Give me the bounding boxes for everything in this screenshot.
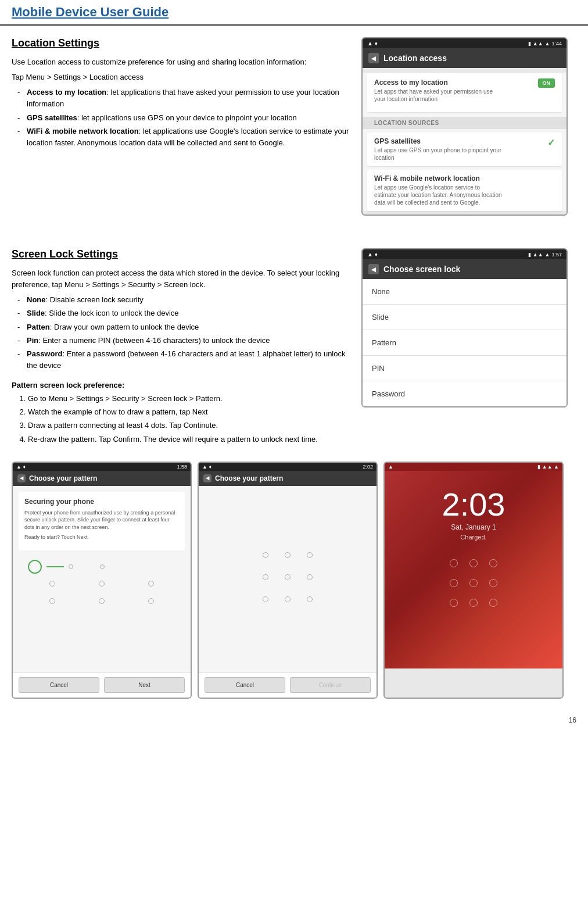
pattern2-body bbox=[199, 486, 377, 672]
wifi-title: Wi-Fi & mobile network location bbox=[374, 174, 502, 183]
location-phone: ▲ ♦ ▮ ▲▲ ▲ 1:44 ◀ Location access bbox=[361, 37, 568, 216]
page-number: 16 bbox=[0, 710, 588, 730]
pattern1-cancel-btn[interactable]: Cancel bbox=[19, 677, 99, 693]
location-sources-header: LOCATION SOURCES bbox=[363, 117, 567, 129]
pattern1-buttons: Cancel Next bbox=[13, 672, 191, 698]
step-2: Watch the example of how to draw a patte… bbox=[28, 406, 350, 418]
phone-screen-title: Location access bbox=[383, 53, 447, 63]
ld-5 bbox=[469, 579, 478, 587]
lock-phone-title-bar: ◀ Choose screen lock bbox=[363, 259, 567, 279]
lock-back-icon[interactable]: ◀ bbox=[368, 264, 379, 274]
lock-option-pattern[interactable]: Pattern bbox=[363, 330, 567, 356]
pattern-title: Pattern screen lock preference: bbox=[12, 381, 350, 389]
phone-status-bar: ▲ ♦ ▮ ▲▲ ▲ 1:44 bbox=[363, 38, 567, 48]
lock-battery: ▮ bbox=[528, 252, 531, 258]
dot-3 bbox=[148, 581, 154, 587]
lock-option-slide[interactable]: Slide bbox=[363, 305, 567, 330]
dot-5 bbox=[99, 598, 105, 604]
dots-grid-2 bbox=[257, 546, 318, 608]
screen-lock-title: Screen Lock Settings bbox=[12, 248, 350, 260]
pattern1-title: Choose your pattern bbox=[29, 474, 97, 482]
gps-desc: Let apps use GPS on your phone to pinpoi… bbox=[374, 146, 502, 162]
dot-1 bbox=[49, 581, 55, 587]
lock-option-password[interactable]: Password bbox=[363, 381, 567, 406]
back-icon[interactable]: ◀ bbox=[368, 53, 379, 63]
securing-box: Securing your phone Protect your phone f… bbox=[19, 492, 185, 551]
pattern2-title-bar: ◀ Choose your pattern bbox=[199, 471, 377, 486]
lock-screen-title: Choose screen lock bbox=[383, 264, 460, 274]
ld-7 bbox=[450, 599, 458, 607]
location-text: Location Settings Use Location access to… bbox=[12, 37, 361, 225]
lock-screen-time: 2:03 bbox=[442, 488, 505, 521]
pattern1-status: ▲ ♦ 1:58 bbox=[13, 463, 191, 471]
lock-option-pin[interactable]: PIN bbox=[363, 356, 567, 381]
lock-option-none[interactable]: None bbox=[363, 279, 567, 305]
screen-lock-intro: Screen lock function can protect access … bbox=[12, 267, 350, 291]
screen-lock-section: Screen Lock Settings Screen lock functio… bbox=[0, 237, 588, 456]
status-right-icons: ▮ ▲▲ ▲ 1:44 bbox=[528, 41, 562, 47]
bullet-patten: Patten: Draw your own pattern to unlock … bbox=[17, 321, 350, 333]
p2-dot-1 bbox=[263, 552, 268, 558]
pattern1-title-bar: ◀ Choose your pattern bbox=[13, 471, 191, 486]
pattern-screen-1: ▲ ♦ 1:58 ◀ Choose your pattern Securing … bbox=[12, 462, 192, 699]
location-bullets: Access to my location: let applications … bbox=[12, 87, 350, 149]
status-time: 1:44 bbox=[551, 41, 562, 47]
ld-9 bbox=[489, 599, 497, 607]
step-1: Go to Menu > Settings > Security > Scree… bbox=[28, 393, 350, 405]
lock-phone-status: ▲ ♦ ▮ ▲▲ ▲ 1:57 bbox=[363, 249, 567, 259]
bullet-wifi: WiFi & mobile network location: let appl… bbox=[17, 126, 350, 149]
p2-dot-7 bbox=[263, 596, 268, 602]
loc-labels: Access to my location Let apps that have… bbox=[374, 78, 502, 103]
dot-2 bbox=[99, 581, 105, 587]
lock-display-icons: ▮ ▲▲ ▲ bbox=[537, 464, 559, 470]
screen-lock-bullets: None: Disable screen lock security Slide… bbox=[12, 294, 350, 371]
pattern1-back[interactable]: ◀ bbox=[17, 474, 26, 482]
arrow-line bbox=[46, 566, 64, 567]
pattern1-arrow-row bbox=[28, 560, 175, 574]
arrow-start-dot bbox=[28, 560, 42, 574]
p2-dot-6 bbox=[307, 574, 313, 580]
p2-dot-5 bbox=[285, 574, 291, 580]
pattern1-dots-area bbox=[19, 556, 185, 612]
access-my-location-row: Access to my location Let apps that have… bbox=[367, 73, 562, 112]
gps-title: GPS satellites bbox=[374, 137, 502, 145]
lock-screen-charged: Charged. bbox=[460, 534, 486, 541]
status-left-icons: ▲ ♦ bbox=[367, 40, 378, 47]
p2-dot-9 bbox=[307, 596, 313, 602]
step-3: Draw a pattern connecting at least 4 dot… bbox=[28, 420, 350, 431]
location-nav: Tap Menu > Settings > Location access bbox=[12, 71, 350, 83]
p2-dot-8 bbox=[285, 596, 291, 602]
loc-access-desc: Let apps that have asked your permission… bbox=[374, 88, 502, 103]
screen-lock-text: Screen Lock Settings Screen lock functio… bbox=[12, 248, 361, 450]
dot-6 bbox=[148, 598, 154, 604]
lock-screen-dots bbox=[445, 555, 502, 612]
p2-dot-2 bbox=[285, 552, 291, 558]
pattern2-back[interactable]: ◀ bbox=[203, 474, 211, 482]
pattern1-left-status: ▲ ♦ bbox=[16, 464, 26, 470]
toggle-on-button[interactable]: ON bbox=[538, 78, 555, 88]
ld-8 bbox=[469, 599, 478, 607]
lock-screen-date: Sat, January 1 bbox=[451, 523, 496, 531]
pattern1-next-btn[interactable]: Next bbox=[104, 677, 185, 693]
bottom-screenshots-row: ▲ ♦ 1:58 ◀ Choose your pattern Securing … bbox=[0, 456, 588, 710]
pattern2-continue-btn[interactable]: Continue bbox=[290, 677, 371, 693]
page-header: Mobile Device User Guide bbox=[0, 0, 588, 26]
pattern1-body: Securing your phone Protect your phone f… bbox=[13, 486, 191, 672]
lock-display-status: ▲ ▮ ▲▲ ▲ bbox=[385, 463, 562, 471]
securing-title: Securing your phone bbox=[24, 498, 179, 506]
gps-satellites-row[interactable]: GPS satellites Let apps use GPS on your … bbox=[367, 133, 562, 166]
ld-6 bbox=[489, 579, 497, 587]
pattern2-time: 2:02 bbox=[363, 464, 373, 470]
wifi-network-row[interactable]: Wi-Fi & mobile network location Let apps… bbox=[367, 170, 562, 211]
ld-1 bbox=[450, 559, 458, 567]
dot-4 bbox=[49, 598, 55, 604]
pattern2-cancel-btn[interactable]: Cancel bbox=[205, 677, 285, 693]
screen-lock-phone: ▲ ♦ ▮ ▲▲ ▲ 1:57 ◀ Choose screen lock Non… bbox=[361, 248, 568, 407]
pattern-steps: Go to Menu > Settings > Security > Scree… bbox=[12, 393, 350, 445]
lock-display-left: ▲ bbox=[388, 464, 393, 470]
pattern2-buttons: Cancel Continue bbox=[199, 672, 377, 698]
lock-signal: ▲ bbox=[545, 252, 550, 258]
bullet-none: None: Disable screen lock security bbox=[17, 294, 350, 306]
p2-dot-3 bbox=[307, 552, 313, 558]
gps-check: ✓ bbox=[547, 137, 555, 148]
